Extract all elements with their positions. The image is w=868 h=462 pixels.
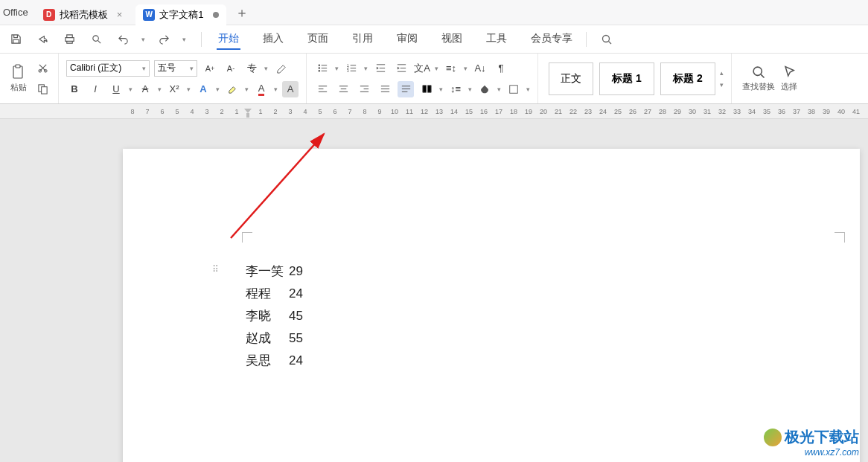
menu-view[interactable]: 视图 (440, 29, 464, 50)
line-spacing-before-icon[interactable]: ≡↕ (443, 60, 459, 77)
chevron-down-icon[interactable]: ▾ (497, 86, 501, 93)
menu-membership[interactable]: 会员专享 (529, 29, 574, 50)
align-left-icon[interactable] (314, 81, 331, 97)
list-item[interactable]: 李晓 45 (246, 305, 303, 327)
tab-document[interactable]: W 文字文稿1 (135, 4, 226, 25)
copy-icon[interactable] (34, 81, 51, 97)
chevron-down-icon[interactable]: ▾ (468, 86, 472, 93)
person-value: 55 (289, 327, 303, 350)
chevron-up-icon[interactable]: ▴ (720, 69, 724, 77)
bullets-icon[interactable] (314, 60, 331, 77)
chevron-down-icon[interactable]: ▾ (526, 86, 530, 93)
person-name: 程程 (246, 283, 289, 305)
save-icon[interactable] (7, 31, 24, 48)
strikethrough-button[interactable]: A (137, 81, 153, 97)
select-label: 选择 (781, 81, 797, 92)
cut-icon[interactable] (34, 60, 51, 77)
chevron-down-icon[interactable]: ▾ (264, 65, 268, 72)
menu-review[interactable]: 审阅 (395, 29, 419, 50)
highlight-icon[interactable] (224, 81, 240, 97)
chevron-down-icon[interactable]: ▾ (182, 36, 186, 43)
text-direction-icon[interactable]: 文A (414, 60, 430, 77)
char-shading-icon[interactable]: A (282, 81, 299, 97)
document-text-content[interactable]: 李一笑 29程程 24李晓 45赵成 55吴思 24 (246, 260, 303, 372)
grow-font-icon[interactable]: A+ (202, 60, 218, 77)
chevron-down-icon[interactable]: ▾ (129, 86, 133, 93)
superscript-icon[interactable]: X² (166, 81, 182, 97)
select-button[interactable]: 选择 (778, 65, 800, 92)
person-name: 赵成 (246, 327, 289, 350)
drag-handle-icon[interactable]: ⠿ (212, 264, 219, 275)
shrink-font-icon[interactable]: A- (223, 60, 239, 77)
bold-button[interactable]: B (66, 81, 83, 97)
menu-page[interactable]: 页面 (306, 29, 330, 50)
list-item[interactable]: 李一笑 29 (246, 260, 303, 283)
align-right-icon[interactable] (356, 81, 372, 97)
chevron-down-icon[interactable]: ▾ (720, 81, 724, 89)
redo-icon[interactable] (156, 31, 172, 48)
clear-format-icon[interactable] (272, 60, 289, 77)
chevron-down-icon[interactable]: ▾ (464, 65, 467, 72)
borders-icon[interactable] (505, 81, 522, 97)
numbering-icon[interactable]: 123 (343, 60, 360, 77)
document-canvas[interactable]: ⠿ 李一笑 29程程 24李晓 45赵成 55吴思 24 极光下载站 www.x… (0, 119, 868, 462)
list-item[interactable]: 赵成 55 (246, 327, 303, 350)
decrease-indent-icon[interactable] (372, 60, 389, 77)
line-spacing-icon[interactable]: ↕≡ (447, 81, 464, 97)
menu-references[interactable]: 引用 (351, 29, 374, 50)
style-normal[interactable]: 正文 (549, 62, 593, 95)
paste-button[interactable]: 粘贴 (7, 64, 30, 93)
chevron-down-icon[interactable]: ▾ (216, 86, 220, 93)
person-value: 29 (289, 260, 303, 283)
indent-marker-icon[interactable] (244, 106, 252, 119)
chevron-down-icon[interactable]: ▾ (158, 86, 162, 93)
font-size-select[interactable]: 五号 ▾ (154, 60, 197, 77)
change-case-icon[interactable]: 专 (243, 60, 260, 77)
find-replace-button[interactable]: 查找替换 (739, 65, 778, 92)
style-heading-1[interactable]: 标题 1 (599, 62, 654, 95)
font-color-icon[interactable]: A (253, 81, 269, 97)
close-icon[interactable]: × (117, 9, 123, 20)
share-icon[interactable] (34, 31, 51, 48)
underline-button[interactable]: U (108, 81, 124, 97)
tab-templates[interactable]: D 找稻壳模板 × (36, 4, 130, 25)
horizontal-ruler[interactable]: 8765432112345678910111213141516171819202… (0, 104, 868, 119)
person-name: 吴思 (246, 350, 289, 372)
increase-indent-icon[interactable] (393, 60, 409, 77)
align-distribute-icon[interactable] (398, 81, 414, 97)
chevron-down-icon[interactable]: ▾ (187, 86, 191, 93)
font-name-select[interactable]: Calibri (正文) ▾ (66, 60, 150, 77)
chevron-down-icon[interactable]: ▾ (274, 86, 278, 93)
tab-label: 文字文稿1 (159, 8, 203, 22)
italic-button[interactable]: I (87, 81, 103, 97)
search-icon[interactable] (599, 31, 615, 48)
document-page[interactable]: ⠿ 李一笑 29程程 24李晓 45赵成 55吴思 24 (123, 149, 860, 462)
person-name: 李一笑 (246, 260, 289, 283)
shading-icon[interactable] (476, 81, 493, 97)
chevron-down-icon[interactable]: ▾ (335, 65, 339, 72)
chevron-down-icon[interactable]: ▾ (141, 36, 145, 43)
chevron-down-icon[interactable]: ▾ (245, 86, 249, 93)
undo-icon[interactable] (115, 31, 131, 48)
menu-tools[interactable]: 工具 (485, 29, 508, 50)
chevron-down-icon[interactable]: ▾ (439, 86, 443, 93)
chevron-down-icon[interactable]: ▾ (435, 65, 438, 72)
columns-icon[interactable] (418, 81, 435, 97)
app-name: Office (0, 7, 36, 18)
show-marks-icon[interactable]: ¶ (493, 60, 509, 77)
text-effects-icon[interactable]: A (195, 81, 211, 97)
menu-start[interactable]: 开始 (217, 29, 240, 50)
chevron-down-icon[interactable]: ▾ (364, 65, 368, 72)
list-item[interactable]: 程程 24 (246, 283, 303, 305)
print-icon[interactable] (61, 31, 77, 48)
new-tab-button[interactable]: ＋ (235, 4, 249, 22)
main-menu: 开始 插入 页面 引用 审阅 视图 工具 会员专享 (209, 29, 574, 50)
menu-insert[interactable]: 插入 (261, 29, 285, 50)
align-center-icon[interactable] (335, 81, 351, 97)
sort-icon[interactable]: A↓ (472, 60, 488, 77)
svg-point-0 (92, 36, 98, 42)
print-preview-icon[interactable] (88, 31, 104, 48)
list-item[interactable]: 吴思 24 (246, 350, 303, 372)
style-heading-2[interactable]: 标题 2 (660, 62, 715, 95)
align-justify-icon[interactable] (377, 81, 393, 97)
